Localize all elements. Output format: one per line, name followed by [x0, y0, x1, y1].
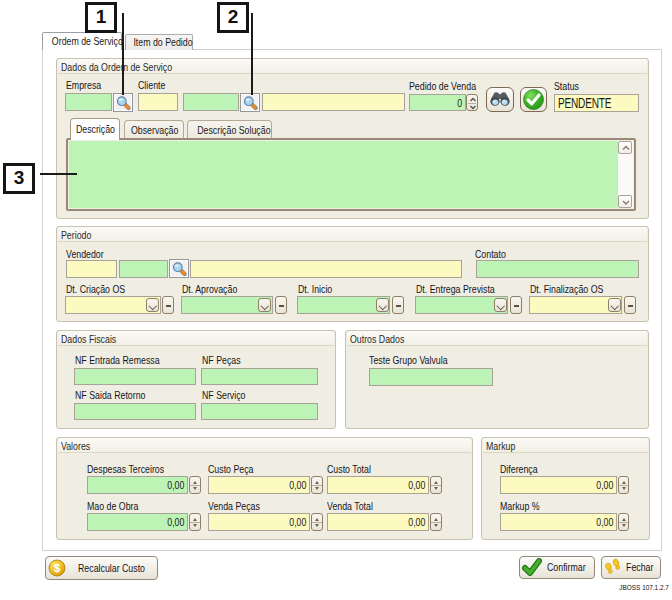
svg-text:$: $	[54, 562, 60, 574]
